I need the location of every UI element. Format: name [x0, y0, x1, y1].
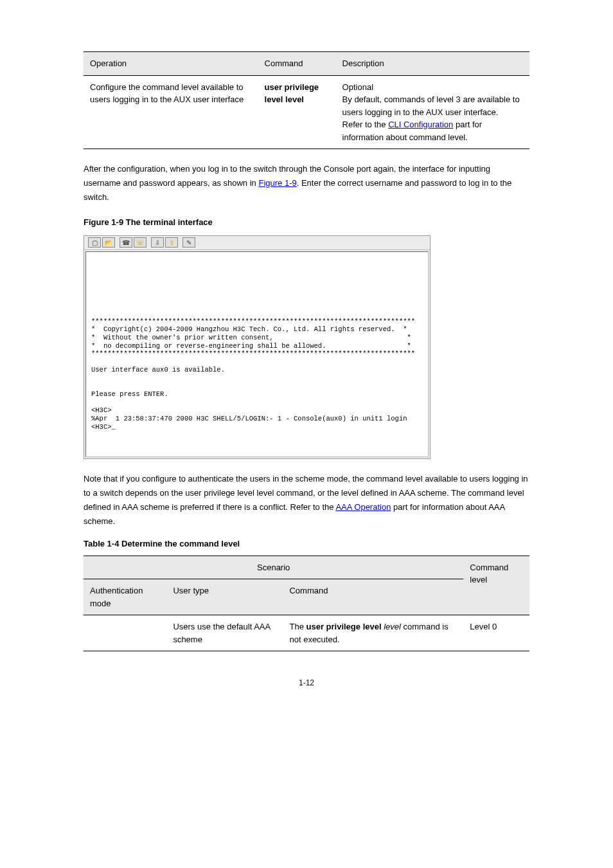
cell-level: Level 0 — [463, 615, 529, 651]
cell-description: Optional By default, commands of level 3… — [336, 75, 529, 149]
new-file-icon[interactable]: ▢ — [88, 237, 101, 248]
cell-operation: Configure the command level available to… — [84, 75, 258, 149]
paragraph: Note that if you configure to authentica… — [84, 472, 529, 529]
cell-command: user privilege level level — [258, 75, 336, 149]
cell-user-type: Users use the default AAA scheme — [166, 615, 283, 651]
terminal-toolbar: ▢ 📂 ☎ ☏ ⇩ ⇧ ✎ — [84, 236, 430, 250]
figure-link[interactable]: Figure 1-9 — [258, 178, 296, 188]
table-header: Description — [336, 52, 529, 76]
connect-icon[interactable]: ☎ — [120, 237, 132, 248]
table-row: Users use the default AAA scheme The use… — [84, 615, 529, 651]
terminal-screenshot: ▢ 📂 ☎ ☏ ⇩ ⇧ ✎ **************************… — [84, 235, 431, 459]
cell-command: The user privilege level level command i… — [283, 615, 463, 651]
cell-auth-mode — [84, 615, 166, 651]
table-caption: Table 1-4 Determine the command level — [84, 538, 529, 550]
terminal-output: ****************************************… — [85, 251, 429, 457]
send-icon[interactable]: ⇩ — [151, 237, 164, 248]
table-header: Command level — [463, 556, 529, 615]
page-number: 1-12 — [84, 677, 529, 689]
receive-icon[interactable]: ⇧ — [165, 237, 178, 248]
disconnect-icon[interactable]: ☏ — [134, 237, 147, 248]
table-subheader: Authentication mode — [84, 579, 166, 615]
table-header: Command — [258, 52, 336, 76]
table-subheader: User type — [166, 579, 283, 615]
properties-icon[interactable]: ✎ — [182, 237, 195, 248]
open-file-icon[interactable]: 📂 — [102, 237, 115, 248]
paragraph: After the configuration, when you log in… — [84, 162, 529, 204]
table-command-level: Scenario Command level Authentication mo… — [84, 556, 529, 652]
cli-config-link[interactable]: CLI Configuration — [388, 120, 453, 129]
table-header: Scenario — [84, 556, 463, 579]
table-header: Operation — [84, 52, 258, 76]
figure-caption: Figure 1-9 The terminal interface — [84, 216, 529, 229]
table-config-level: Operation Command Description Configure … — [84, 51, 529, 149]
table-subheader: Command — [283, 579, 463, 615]
aaa-operation-link[interactable]: AAA Operation — [335, 502, 391, 512]
table-row: Configure the command level available to… — [84, 75, 529, 149]
